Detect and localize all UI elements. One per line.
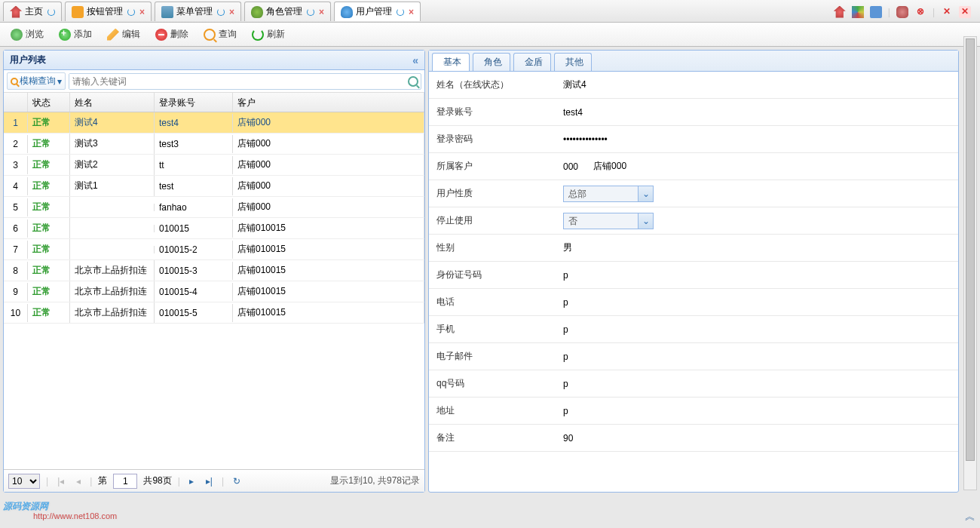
scrollbar-thumb[interactable] [966, 38, 975, 461]
prev-page-button[interactable]: ◂ [73, 474, 84, 488]
value-name: 测试4 [557, 74, 958, 96]
label-qq: qq号码 [429, 373, 557, 394]
toolbar: 浏览 添加 编辑 删除 查询 刷新 [0, 23, 980, 47]
label-customer: 所属客户 [429, 155, 557, 177]
grid-body: 1正常测试4test4店铺0002正常测试3test3店铺0003正常测试2tt… [4, 112, 424, 469]
close-tab-icon[interactable]: ✕ [941, 6, 953, 18]
refresh-icon[interactable] [397, 8, 404, 16]
table-row[interactable]: 8正常北京市上品折扣连010015-3店铺010015 [4, 260, 424, 281]
value-remark: 90 [557, 428, 958, 448]
table-row[interactable]: 6正常010015店铺010015 [4, 218, 424, 239]
panel-header: 用户列表 « [4, 51, 424, 70]
edit-icon [107, 29, 119, 41]
value-phone: p [557, 293, 958, 312]
collapse-icon[interactable]: « [412, 54, 418, 66]
delete-icon [155, 29, 167, 41]
close-icon[interactable]: × [319, 7, 324, 17]
col-status[interactable]: 状态 [28, 93, 70, 112]
table-row[interactable]: 3正常测试2tt店铺000 [4, 155, 424, 176]
window-icon[interactable] [870, 6, 882, 18]
tab-bar: 主页 按钮管理× 菜单管理× 角色管理× 用户管理× | ⊗ | ✕ ✕ [0, 0, 980, 23]
user-list-panel: 用户列表 « 模糊查询 ▾ 状态 姓名 登录账号 客户 1正常测试4test4店… [3, 50, 425, 493]
table-row[interactable]: 5正常fanhao店铺000 [4, 197, 424, 218]
nature-select[interactable]: 总部⌄ [563, 186, 654, 202]
table-row[interactable]: 10正常北京市上品折扣连010015-5店铺010015 [4, 302, 424, 324]
col-customer[interactable]: 客户 [233, 93, 424, 112]
gear-icon[interactable] [896, 6, 908, 18]
close-icon[interactable]: ⊗ [914, 6, 926, 18]
delete-button[interactable]: 删除 [151, 26, 193, 43]
table-row[interactable]: 2正常测试3test3店铺000 [4, 134, 424, 155]
col-name[interactable]: 姓名 [70, 93, 155, 112]
disabled-select[interactable]: 否⌄ [563, 213, 654, 229]
table-row[interactable]: 7正常010015-2店铺010015 [4, 239, 424, 260]
reload-button[interactable]: ↻ [230, 474, 243, 488]
refresh-button[interactable]: 刷新 [247, 26, 289, 43]
main-area: 用户列表 « 模糊查询 ▾ 状态 姓名 登录账号 客户 1正常测试4test4店… [0, 47, 980, 496]
table-row[interactable]: 4正常测试1test店铺000 [4, 176, 424, 197]
role-icon [251, 6, 263, 18]
tab-role-mgmt[interactable]: 角色管理× [244, 2, 331, 21]
close-all-icon[interactable]: ✕ [959, 6, 971, 18]
search-icon[interactable] [408, 76, 418, 87]
add-button[interactable]: 添加 [54, 26, 96, 43]
table-row[interactable]: 9正常北京市上品折扣连010015-4店铺010015 [4, 281, 424, 302]
browse-button[interactable]: 浏览 [6, 26, 48, 43]
detail-tabs: 基本 角色 金盾 其他 [429, 51, 958, 72]
value-email: p [557, 347, 958, 367]
chevron-down-icon[interactable]: ⌄ [638, 186, 653, 201]
browse-icon [11, 29, 23, 41]
refresh-icon[interactable] [47, 8, 55, 16]
refresh-icon [252, 29, 264, 41]
page-size-select[interactable]: 10 [8, 474, 40, 489]
next-page-button[interactable]: ▸ [186, 474, 197, 488]
add-icon [59, 29, 71, 41]
value-account: test4 [557, 103, 958, 122]
value-address: p [557, 401, 958, 421]
tab-other[interactable]: 其他 [554, 53, 592, 71]
search-button[interactable]: 查询 [199, 26, 241, 43]
tab-jindun[interactable]: 金盾 [513, 53, 551, 71]
pager: 10 | |◂ ◂ | 第 共98页 | ▸ ▸| | ↻ 显示1到10, 共9… [4, 469, 424, 492]
tab-role[interactable]: 角色 [473, 53, 510, 71]
label-mobile: 手机 [429, 318, 557, 340]
edit-button[interactable]: 编辑 [103, 26, 145, 43]
tab-menu-mgmt[interactable]: 菜单管理× [155, 2, 241, 21]
detail-panel: 基本 角色 金盾 其他 姓名（在线状态）测试4 登录账号test4 登录密码••… [428, 50, 959, 493]
search-icon [11, 78, 18, 85]
search-mode-button[interactable]: 模糊查询 ▾ [7, 72, 66, 90]
vertical-scrollbar[interactable] [963, 36, 977, 490]
value-customer: 000店铺000 [557, 155, 958, 177]
refresh-icon[interactable] [127, 8, 135, 16]
search-input[interactable] [69, 74, 404, 89]
user-icon [341, 6, 353, 18]
tab-home[interactable]: 主页 [3, 2, 62, 21]
label-idcard: 身份证号码 [429, 264, 557, 286]
value-password: •••••••••••••• [557, 130, 958, 149]
button-icon [72, 6, 84, 18]
value-qq: p [557, 374, 958, 394]
label-name: 姓名（在线状态） [429, 74, 557, 96]
close-icon[interactable]: × [229, 7, 234, 17]
label-password: 登录密码 [429, 128, 557, 150]
search-icon [204, 29, 216, 41]
label-nature: 用户性质 [429, 183, 557, 204]
chevron-down-icon[interactable]: ⌄ [638, 213, 653, 229]
expand-south-icon[interactable]: ︽ [965, 510, 975, 523]
tab-basic[interactable]: 基本 [432, 53, 470, 71]
search-row: 模糊查询 ▾ [4, 70, 424, 93]
table-row[interactable]: 1正常测试4test4店铺000 [4, 112, 424, 134]
value-mobile: p [557, 320, 958, 339]
last-page-button[interactable]: ▸| [203, 474, 216, 488]
home-icon[interactable] [834, 6, 846, 18]
first-page-button[interactable]: |◂ [54, 474, 67, 488]
refresh-icon[interactable] [307, 8, 314, 16]
grid-icon[interactable] [852, 6, 864, 18]
col-account[interactable]: 登录账号 [155, 93, 233, 112]
close-icon[interactable]: × [409, 7, 414, 17]
tab-user-mgmt[interactable]: 用户管理× [334, 2, 421, 21]
page-input[interactable] [113, 474, 137, 489]
refresh-icon[interactable] [217, 8, 225, 16]
tab-button-mgmt[interactable]: 按钮管理× [65, 2, 152, 21]
close-icon[interactable]: × [139, 7, 145, 17]
